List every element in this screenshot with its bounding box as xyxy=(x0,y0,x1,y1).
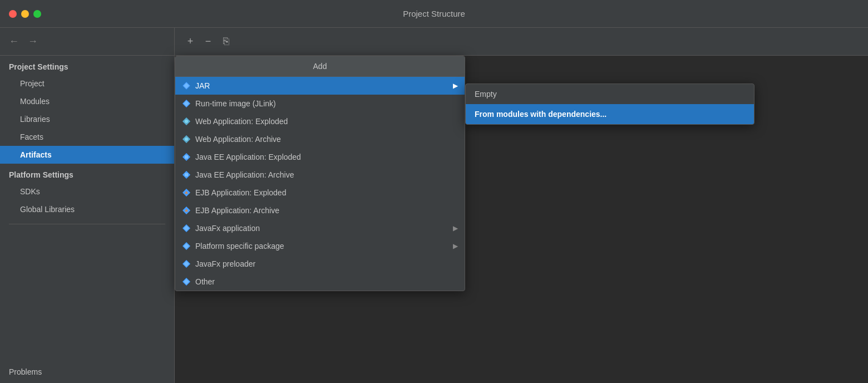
javaee-archive-icon xyxy=(182,170,191,179)
maximize-button[interactable] xyxy=(33,10,41,18)
svg-point-7 xyxy=(185,138,188,141)
traffic-lights xyxy=(9,10,41,18)
menu-item-ejb-archive[interactable]: EJB Application: Archive xyxy=(175,202,465,219)
svg-rect-9 xyxy=(185,155,188,159)
add-menu-header: Add xyxy=(175,56,465,77)
menu-item-jar-label: JAR xyxy=(195,81,210,90)
dropdown-container: Add JAR ▶ xyxy=(175,56,465,291)
menu-item-javafx-app[interactable]: JavaFx application ▶ xyxy=(175,219,465,237)
submenu-item-empty[interactable]: Empty xyxy=(466,84,754,104)
add-button[interactable]: + xyxy=(183,34,198,50)
content-area: + − ⎘ Add JAR ▶ xyxy=(175,28,868,383)
menu-item-web-archive[interactable]: Web Application: Archive xyxy=(175,130,465,148)
sidebar-item-sdks[interactable]: SDKs xyxy=(0,183,174,200)
menu-item-javafx-preloader[interactable]: JavaFx preloader xyxy=(175,255,465,273)
javafx-submenu-arrow-icon: ▶ xyxy=(453,224,458,232)
sidebar-item-facets[interactable]: Facets xyxy=(0,128,174,146)
title-bar: Project Structure xyxy=(0,0,868,28)
other-icon xyxy=(182,277,191,286)
menu-item-ejb-exploded-label: EJB Application: Exploded xyxy=(195,188,286,197)
minimize-button[interactable] xyxy=(21,10,29,18)
sidebar: ← → Project Settings Project Modules Lib… xyxy=(0,28,175,383)
jar-icon xyxy=(182,81,191,90)
menu-item-other[interactable]: Other xyxy=(175,273,465,291)
menu-item-javafx-app-label: JavaFx application xyxy=(195,224,260,233)
window-title: Project Structure xyxy=(403,9,465,18)
submenu: Empty From modules with dependencies... xyxy=(465,84,754,125)
menu-item-javaee-archive[interactable]: Java EE Application: Archive xyxy=(175,166,465,184)
platform-submenu-arrow-icon: ▶ xyxy=(453,242,458,250)
web-archive-icon xyxy=(182,135,191,144)
sidebar-item-global-libraries[interactable]: Global Libraries xyxy=(0,200,174,218)
platform-package-icon xyxy=(182,242,191,251)
ejb-exploded-icon xyxy=(182,188,191,197)
menu-item-platform-package-label: Platform specific package xyxy=(195,242,284,251)
menu-item-javaee-archive-label: Java EE Application: Archive xyxy=(195,170,294,179)
menu-item-javaee-exploded-label: Java EE Application: Exploded xyxy=(195,153,301,161)
menu-item-web-archive-label: Web Application: Archive xyxy=(195,135,281,144)
add-menu: Add JAR ▶ xyxy=(175,56,465,291)
submenu-item-from-modules[interactable]: From modules with dependencies... xyxy=(466,104,754,124)
menu-item-runtime-image[interactable]: Run-time image (JLink) xyxy=(175,95,465,112)
menu-item-javafx-preloader-label: JavaFx preloader xyxy=(195,259,255,268)
project-settings-header: Project Settings xyxy=(0,56,174,75)
javafx-preloader-icon xyxy=(182,259,191,268)
menu-item-web-exploded[interactable]: Web Application: Exploded xyxy=(175,112,465,130)
menu-item-runtime-label: Run-time image (JLink) xyxy=(195,99,276,108)
runtime-icon xyxy=(182,99,191,108)
menu-item-ejb-archive-label: EJB Application: Archive xyxy=(195,206,279,215)
sidebar-item-modules[interactable]: Modules xyxy=(0,92,174,110)
svg-point-5 xyxy=(185,120,188,123)
submenu-item-empty-label: Empty xyxy=(475,90,497,99)
svg-rect-11 xyxy=(185,173,188,176)
remove-button[interactable]: − xyxy=(200,34,216,50)
sidebar-item-project[interactable]: Project xyxy=(0,75,174,92)
sidebar-divider xyxy=(9,224,165,224)
sidebar-item-libraries[interactable]: Libraries xyxy=(0,110,174,128)
back-button[interactable]: ← xyxy=(9,36,19,47)
nav-arrows: ← → xyxy=(0,28,174,56)
web-exploded-icon xyxy=(182,117,191,126)
ejb-archive-icon xyxy=(182,206,191,215)
forward-button[interactable]: → xyxy=(28,36,38,47)
sidebar-item-artifacts[interactable]: Artifacts xyxy=(0,146,174,164)
submenu-item-from-modules-label: From modules with dependencies... xyxy=(475,110,606,119)
menu-item-ejb-exploded[interactable]: EJB Application: Exploded xyxy=(175,184,465,202)
menu-item-jar[interactable]: JAR ▶ xyxy=(175,77,465,95)
menu-item-platform-package[interactable]: Platform specific package ▶ xyxy=(175,237,465,255)
submenu-arrow-icon: ▶ xyxy=(453,82,458,90)
close-button[interactable] xyxy=(9,10,17,18)
main-layout: ← → Project Settings Project Modules Lib… xyxy=(0,28,868,383)
sidebar-item-problems[interactable]: Problems xyxy=(0,361,174,383)
menu-item-web-exploded-label: Web Application: Exploded xyxy=(195,117,288,126)
toolbar: + − ⎘ xyxy=(175,28,868,56)
menu-item-javaee-exploded[interactable]: Java EE Application: Exploded xyxy=(175,148,465,166)
platform-settings-header: Platform Settings xyxy=(0,164,174,183)
javafx-app-icon xyxy=(182,224,191,233)
copy-button[interactable]: ⎘ xyxy=(218,34,234,50)
menu-item-other-label: Other xyxy=(195,277,215,286)
javaee-exploded-icon xyxy=(182,153,191,161)
